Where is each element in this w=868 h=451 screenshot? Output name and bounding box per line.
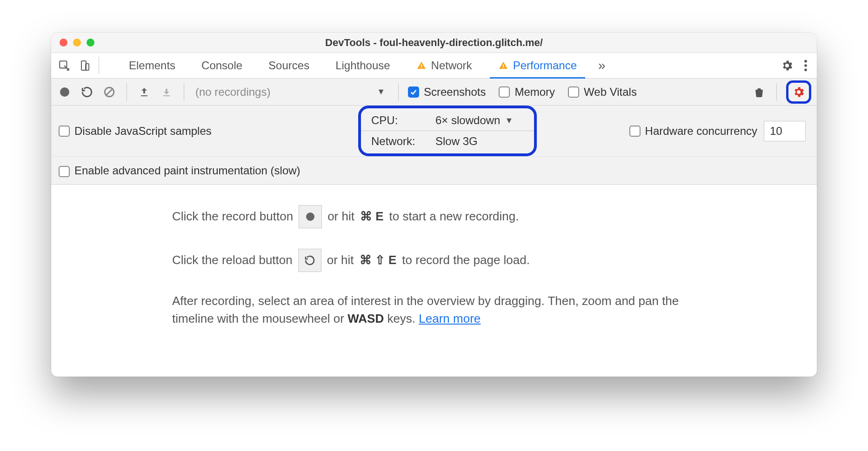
window-controls (60, 39, 94, 46)
window-title: DevTools - foul-heavenly-direction.glitc… (51, 37, 817, 49)
tab-sources[interactable]: Sources (255, 53, 322, 79)
svg-point-15 (306, 212, 314, 221)
text: keys. (384, 312, 419, 325)
shortcut: ⌘ ⇧ E (360, 252, 397, 269)
tab-lighthouse[interactable]: Lighthouse (322, 53, 403, 79)
divider (184, 83, 184, 101)
tab-performance[interactable]: Performance (485, 53, 590, 79)
settings-icon[interactable] (781, 59, 794, 72)
inspect-element-icon[interactable] (54, 56, 74, 75)
svg-point-9 (804, 69, 807, 72)
warning-icon (498, 60, 508, 71)
tab-label: Sources (268, 59, 309, 72)
webvitals-checkbox[interactable]: Web Vitals (568, 86, 637, 99)
svg-point-8 (804, 64, 807, 67)
learn-more-link[interactable]: Learn more (419, 312, 481, 325)
performance-toolbar: (no recordings) ▼ Screenshots Memory Web… (51, 79, 817, 106)
reload-icon (298, 249, 321, 272)
cpu-value: 6× slowdown (435, 114, 500, 127)
clear-button[interactable] (101, 84, 117, 100)
text: or hit (327, 208, 354, 226)
chevron-down-icon: ▼ (505, 116, 513, 126)
garbage-collect-icon[interactable] (751, 84, 767, 100)
hw-concurrency-checkbox[interactable]: Hardware concurrency (629, 125, 757, 138)
checkbox-label: Enable advanced paint instrumentation (s… (74, 164, 300, 177)
close-window-button[interactable] (60, 39, 67, 46)
screenshots-checkbox[interactable]: Screenshots (408, 86, 486, 99)
checkbox-icon (499, 86, 510, 98)
hw-concurrency-input[interactable]: 10 (764, 121, 806, 141)
devtools-window: DevTools - foul-heavenly-direction.glitc… (51, 33, 817, 377)
chevron-down-icon: ▼ (377, 87, 385, 97)
tab-label: Performance (513, 59, 577, 72)
network-label: Network: (371, 135, 427, 148)
text: to start a new recording. (389, 208, 519, 226)
kebab-menu-icon[interactable] (804, 59, 808, 72)
tab-label: Console (201, 59, 242, 72)
svg-line-12 (107, 89, 113, 95)
checkbox-label: Web Vitals (584, 86, 637, 99)
zoom-window-button[interactable] (87, 39, 94, 46)
svg-rect-14 (163, 95, 170, 96)
device-toolbar-icon[interactable] (74, 56, 95, 75)
disable-js-checkbox[interactable]: Disable JavaScript samples (59, 125, 212, 138)
checkbox-icon (629, 126, 641, 137)
recordings-dropdown[interactable]: (no recordings) ▼ (194, 86, 389, 99)
tab-network[interactable]: Network (403, 53, 485, 79)
hint-zoom: After recording, select an area of inter… (172, 292, 696, 327)
hw-concurrency-value: 10 (770, 125, 782, 138)
warning-icon (416, 60, 427, 71)
record-icon (299, 205, 322, 228)
tab-elements[interactable]: Elements (116, 53, 188, 79)
svg-point-10 (60, 87, 69, 97)
checkbox-icon (59, 126, 70, 137)
panel-tabstrip: Elements Console Sources Lighthouse Netw… (51, 53, 817, 79)
load-profile-button[interactable] (136, 84, 152, 100)
paint-instrumentation-checkbox[interactable]: Enable advanced paint instrumentation (s… (59, 164, 300, 177)
capture-settings-panel: Disable JavaScript samples CPU: 6× slowd… (51, 106, 817, 185)
tabstrip-right (781, 59, 808, 72)
text: to record the page load. (402, 252, 530, 269)
capture-settings-button[interactable] (786, 80, 811, 104)
checkbox-icon (408, 86, 419, 98)
gear-icon (792, 86, 805, 99)
performance-landing: Click the record button or hit ⌘ E to st… (51, 185, 817, 327)
checkbox-label: Memory (514, 86, 555, 99)
cpu-throttle-select[interactable]: CPU: 6× slowdown▼ (361, 110, 534, 131)
text: Click the record button (172, 208, 293, 226)
tab-label: Elements (129, 59, 175, 72)
divider (398, 83, 399, 101)
divider (776, 83, 777, 101)
checkbox-icon (59, 166, 70, 177)
recordings-label: (no recordings) (195, 86, 270, 99)
checkbox-label: Screenshots (424, 86, 486, 99)
network-throttle-select[interactable]: Network: Slow 3G (361, 131, 534, 152)
divider (127, 83, 127, 101)
tab-console[interactable]: Console (188, 53, 255, 79)
checkbox-icon (568, 86, 579, 98)
svg-rect-13 (141, 95, 147, 96)
memory-checkbox[interactable]: Memory (499, 86, 555, 99)
reload-record-button[interactable] (79, 84, 95, 100)
tab-label: Lighthouse (335, 59, 390, 72)
record-button[interactable] (57, 84, 73, 100)
checkbox-label: Hardware concurrency (645, 125, 757, 138)
more-tabs-button[interactable]: » (590, 58, 614, 73)
shortcut: ⌘ E (360, 208, 384, 226)
text: Click the reload button (172, 252, 293, 269)
svg-rect-5 (503, 64, 504, 67)
divider (99, 57, 99, 74)
checkbox-label: Disable JavaScript samples (74, 125, 212, 138)
minimize-window-button[interactable] (73, 39, 81, 46)
hint-reload: Click the reload button or hit ⌘ ⇧ E to … (172, 249, 696, 272)
hint-record: Click the record button or hit ⌘ E to st… (172, 205, 696, 228)
tab-label: Network (431, 59, 472, 72)
svg-point-7 (804, 60, 807, 63)
throttling-highlight: CPU: 6× slowdown▼ Network: Slow 3G (358, 106, 537, 156)
text: or hit (327, 252, 354, 269)
network-value: Slow 3G (435, 135, 478, 148)
wasd: WASD (347, 312, 384, 325)
titlebar: DevTools - foul-heavenly-direction.glitc… (51, 33, 817, 53)
save-profile-button[interactable] (159, 84, 174, 100)
svg-rect-4 (421, 67, 422, 68)
